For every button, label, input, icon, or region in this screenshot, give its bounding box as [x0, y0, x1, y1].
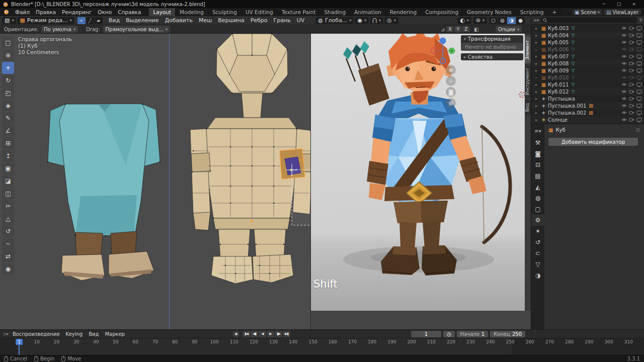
prev-keyframe[interactable]: ◀▮	[251, 331, 258, 337]
camera-visibility-icon[interactable]	[629, 75, 634, 79]
play-reverse[interactable]: ◀	[259, 331, 266, 337]
orientation-dropdown[interactable]: По умолча▾	[41, 26, 78, 33]
expand-arrow-icon[interactable]: ▸	[535, 40, 539, 45]
jump-to-start[interactable]: ▮◀	[243, 331, 250, 337]
camera-view-icon[interactable]: ◙	[446, 87, 456, 97]
viewport-menu-item[interactable]: Вершина	[215, 17, 247, 24]
outliner-row[interactable]: ▸ + Пустышка.001 ▧	[531, 102, 644, 109]
outliner-row[interactable]: ▸ ▦ Куб.003 ▽	[531, 25, 644, 32]
workspace-tab[interactable]: UV Editing	[242, 8, 278, 16]
shading-material[interactable]: ◑	[507, 17, 516, 24]
tool-measure[interactable]: ∠	[2, 125, 14, 137]
hide-eye-icon[interactable]	[621, 82, 627, 86]
properties-tab-particles[interactable]: ✶	[531, 226, 544, 237]
outliner-row[interactable]: ▸ ▦ Куб.007 ▽	[531, 53, 644, 60]
snap-dropdown[interactable]: ⋂▾	[370, 17, 383, 24]
camera-visibility-icon[interactable]	[629, 118, 634, 122]
properties-tab-modifiers[interactable]: ⚙	[531, 215, 544, 226]
axis-z[interactable]: Z	[462, 26, 469, 32]
tool-spin[interactable]: ↺	[2, 225, 14, 237]
hide-eye-icon[interactable]	[621, 97, 627, 101]
current-frame-field[interactable]: 1	[411, 331, 441, 337]
expand-arrow-icon[interactable]: ▸	[535, 104, 539, 108]
viewport-visibility-icon[interactable]	[636, 111, 642, 115]
maximize-button[interactable]: □	[611, 0, 626, 8]
view-layer-selector[interactable]: ▤ViewLayer	[604, 9, 641, 15]
properties-tab-physics[interactable]: ↺	[531, 237, 544, 248]
hide-eye-icon[interactable]	[621, 33, 627, 37]
expand-arrow-icon[interactable]: ▸	[535, 61, 539, 66]
camera-visibility-icon[interactable]	[629, 68, 634, 72]
properties-tab-world[interactable]: ◍	[531, 193, 544, 204]
camera-visibility-icon[interactable]	[629, 61, 634, 65]
shading-rendered[interactable]: ●	[516, 17, 525, 24]
select-mode-face[interactable]: ▰	[95, 17, 103, 24]
npanel-tab-item[interactable]: Элемент	[525, 37, 531, 63]
minimize-button[interactable]: ─	[596, 0, 611, 8]
hide-eye-icon[interactable]	[621, 75, 627, 79]
shading-wireframe[interactable]: ○	[489, 17, 498, 24]
camera-visibility-icon[interactable]	[629, 97, 634, 101]
workspace-tab[interactable]: +	[548, 8, 561, 16]
viewport-menu-item[interactable]: Меш	[196, 17, 215, 24]
play[interactable]: ▶	[267, 331, 274, 337]
navigation-gizmo[interactable]: Y X	[430, 36, 455, 66]
render-preview-canvas[interactable]	[311, 34, 525, 311]
select-mode-vertex[interactable]: ∙	[77, 17, 86, 24]
workspace-tab[interactable]: Rendering	[386, 8, 422, 16]
scene-selector[interactable]: ▣Scene▾	[572, 9, 602, 15]
tool-annotate[interactable]: ✎	[2, 112, 14, 124]
use-preview-range-icon[interactable]: ◷	[443, 331, 455, 337]
outliner-row[interactable]: ▸ ▦ Куб.011 ▽	[531, 81, 644, 88]
viewport-visibility-icon[interactable]	[636, 97, 642, 101]
tool-loop-cut[interactable]: ◫	[2, 188, 14, 200]
overlays-dropdown[interactable]: ⊚▾	[473, 17, 487, 24]
viewport-visibility-icon[interactable]	[636, 54, 642, 59]
tool-transform[interactable]: ◈	[2, 100, 14, 112]
viewport-visibility-icon[interactable]	[636, 104, 642, 108]
outliner-row[interactable]: ▸ ▦ Куб.006 ▽	[531, 46, 644, 53]
properties-tab-material[interactable]: ◑	[531, 270, 544, 281]
properties-tab-constraints[interactable]: ⊂	[531, 248, 544, 259]
npanel-tab-view[interactable]: Вид	[525, 100, 531, 115]
outliner-row[interactable]: ▸ + Пустышка	[531, 95, 644, 102]
tool-bevel[interactable]: ◪	[2, 175, 14, 187]
hide-eye-icon[interactable]	[621, 40, 627, 44]
viewport-menu-item[interactable]: Грань	[271, 17, 294, 24]
edit-mesh-canvas[interactable]	[0, 34, 311, 329]
properties-tab-tool[interactable]: ⚒	[531, 137, 544, 148]
outliner-row[interactable]: ▸ ▦ Куб.008 ▽	[531, 60, 644, 67]
app-menu-item[interactable]: Окно	[95, 8, 115, 16]
transform-panel-header[interactable]: ▾Трансформация	[461, 35, 523, 43]
pan-icon[interactable]: ⊹	[446, 76, 456, 86]
filter-icon[interactable]: ∇	[639, 18, 642, 23]
camera-visibility-icon[interactable]	[629, 33, 634, 37]
tool-scale[interactable]: ◰	[2, 87, 14, 99]
camera-visibility-icon[interactable]	[629, 82, 634, 86]
expand-arrow-icon[interactable]: ▸	[535, 97, 539, 101]
tool-add-cube[interactable]: ⊞	[2, 137, 14, 149]
playhead-line[interactable]	[19, 345, 20, 355]
expand-arrow-icon[interactable]: ▸	[535, 75, 539, 80]
auto-key-button[interactable]: ◉	[232, 331, 239, 337]
transform-orientation-dropdown[interactable]: ◍Глоба...▾	[315, 17, 354, 24]
viewport-menu-item[interactable]: UV	[294, 17, 308, 24]
axis-y[interactable]: Y	[454, 26, 461, 32]
properties-tab-view-layer[interactable]: ▤	[531, 170, 544, 182]
timeline-menu-item[interactable]: Маркер	[102, 331, 128, 337]
add-modifier-button[interactable]: Добавить модификатор	[548, 138, 638, 146]
outliner-row[interactable]: ▸ ▦ Куб.010 ▽	[531, 74, 644, 81]
properties-tab-render[interactable]: ◙	[531, 148, 544, 159]
mode-dropdown[interactable]: ▦Режим реда...▾	[17, 17, 74, 24]
outliner-row[interactable]: ▸ + Пустышка.002 ▧	[531, 109, 644, 116]
tool-poly-build[interactable]: △	[2, 213, 14, 225]
tool-cursor[interactable]: ⊕	[2, 49, 14, 61]
hide-eye-icon[interactable]	[621, 104, 627, 108]
playhead[interactable]: 1	[16, 339, 23, 345]
preview-viewport[interactable]: Y X ⊕⊹◙⊞ ▾Трансформация Ничего не выбран…	[311, 34, 525, 311]
viewport-visibility-icon[interactable]	[636, 61, 642, 66]
hide-eye-icon[interactable]	[621, 68, 627, 72]
tool-inset-faces[interactable]: ▣	[2, 162, 14, 174]
workspace-tab[interactable]: Layout	[149, 8, 176, 16]
shading-solid[interactable]: ◍	[498, 17, 507, 24]
